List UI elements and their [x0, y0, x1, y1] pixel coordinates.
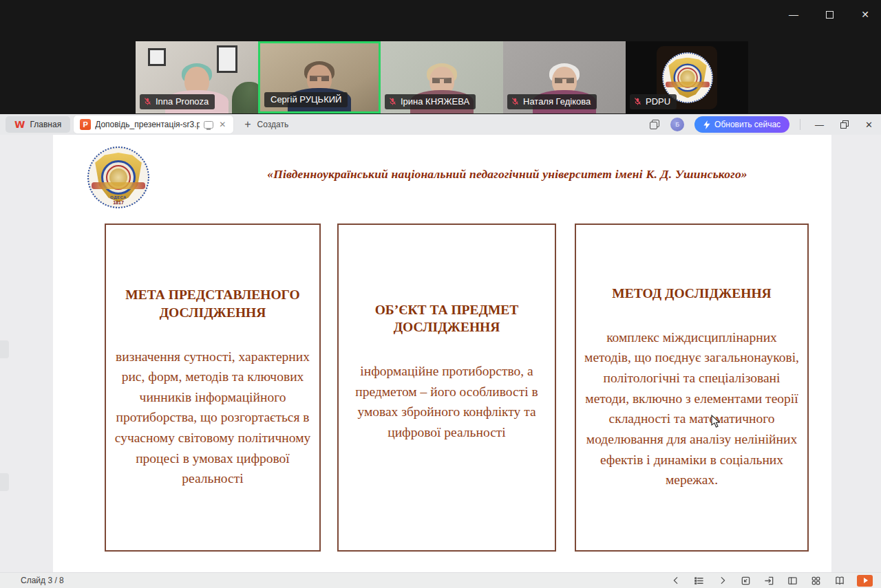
university-emblem-icon: ОДЕСА 1817: [87, 146, 149, 208]
collapsed-panel-handle[interactable]: [0, 473, 9, 491]
logo-year-label: 1817: [87, 200, 149, 205]
tab-close-icon[interactable]: ✕: [217, 120, 227, 129]
wall-frame-decor: [148, 48, 166, 66]
reading-view-icon[interactable]: [834, 575, 845, 587]
participant-name: Ірина КНЯЖЕВА: [401, 97, 469, 106]
participant-name-tag: Ірина КНЯЖЕВА: [385, 94, 476, 109]
presenting-display-icon: [204, 121, 213, 129]
participant-tile[interactable]: Ірина КНЯЖЕВА: [381, 41, 503, 113]
tab-document[interactable]: P Доповідь_презентація-sr3.pp ✕: [74, 116, 233, 133]
participant-strip: Inna Pronoza Сергій РУЦЬКИЙ Ірина КНЯ: [136, 41, 748, 113]
presentation-editor-area: ОДЕСА 1817 «Південноукраїнський націонал…: [0, 135, 881, 572]
box-body: комплекс міждисциплінарних методів, що п…: [583, 327, 800, 490]
divider: [800, 119, 800, 130]
box-title: МЕТА ПРЕДСТАВЛЕНОГО ДОСЛІДЖЕННЯ: [113, 286, 312, 321]
participant-name: Сергій РУЦЬКИЙ: [270, 95, 341, 104]
lightning-icon: [703, 120, 710, 129]
slide-counter: Слайд 3 / 8: [21, 576, 64, 585]
tab-list-icon[interactable]: [650, 120, 660, 130]
meeting-window: — ✕ Inna Pronoza: [0, 0, 881, 114]
start-slideshow-button[interactable]: [857, 575, 873, 587]
participant-tile[interactable]: Наталя Гедікова: [503, 41, 626, 113]
participant-name: Наталя Гедікова: [523, 97, 591, 106]
normal-view-icon[interactable]: [787, 575, 798, 587]
status-bar-icons: [670, 575, 873, 587]
participant-name: Inna Pronoza: [156, 97, 209, 106]
app-window-controls: — ✕: [815, 120, 873, 130]
close-icon[interactable]: ✕: [859, 8, 871, 21]
box-title: МЕТОД ДОСЛІДЖЕННЯ: [612, 285, 771, 303]
presentation-doc-icon: P: [80, 119, 91, 130]
meeting-window-controls: — ✕: [787, 8, 871, 21]
box-body: визначення сутності, характерних рис, фо…: [113, 347, 312, 489]
minimize-icon[interactable]: —: [815, 120, 824, 130]
participant-name-tag: Наталя Гедікова: [507, 94, 597, 109]
wps-tab-bar: W Главная P Доповідь_презентація-sr3.pp …: [0, 114, 881, 135]
participant-tile[interactable]: PDPU: [626, 41, 748, 113]
minimize-icon[interactable]: —: [787, 8, 800, 21]
new-tab-label: Создать: [257, 120, 289, 129]
previous-slide-icon[interactable]: [670, 575, 681, 587]
tab-document-title: Доповідь_презентація-sr3.pp: [95, 120, 200, 129]
maximize-icon[interactable]: [823, 8, 836, 21]
plus-icon: +: [244, 118, 251, 131]
box-body: інформаційне протиборство, а предметом –…: [346, 361, 548, 443]
plant-decor: [232, 82, 258, 113]
user-avatar[interactable]: Б: [670, 118, 684, 131]
slide-text-box-goal[interactable]: МЕТА ПРЕДСТАВЛЕНОГО ДОСЛІДЖЕННЯ визначен…: [105, 224, 321, 552]
tab-home[interactable]: W Главная: [6, 116, 70, 133]
update-now-button[interactable]: Обновить сейчас: [694, 116, 789, 133]
update-now-label: Обновить сейчас: [714, 120, 781, 129]
participant-name-tag: PDPU: [630, 94, 677, 109]
slide-canvas[interactable]: ОДЕСА 1817 «Південноукраїнський націонал…: [53, 135, 831, 572]
wps-logo-icon: W: [14, 119, 25, 130]
enter-slideshow-icon[interactable]: [763, 575, 775, 587]
slide-header-title: «Південноукраїнський національний педаго…: [220, 167, 795, 182]
participant-tile-active-speaker[interactable]: Сергій РУЦЬКИЙ: [258, 41, 381, 113]
close-icon[interactable]: ✕: [865, 120, 873, 130]
tab-bar-right-cluster: Б Обновить сейчас — ✕: [650, 116, 873, 133]
outline-list-icon[interactable]: [693, 575, 705, 587]
logo-city-label: ОДЕСА: [87, 195, 149, 199]
university-logo: ОДЕСА 1817: [87, 146, 149, 208]
slide-text-box-object[interactable]: ОБ’ЄКТ ТА ПРЕДМЕТ ДОСЛІДЖЕННЯ інформацій…: [337, 224, 556, 552]
participant-name: PDPU: [646, 97, 670, 106]
slide-text-box-method[interactable]: МЕТОД ДОСЛІДЖЕННЯ комплекс міждисципліна…: [575, 224, 809, 552]
next-slide-icon[interactable]: [717, 575, 728, 587]
tab-home-label: Главная: [30, 120, 61, 129]
participant-name-tag: Сергій РУЦЬКИЙ: [264, 92, 348, 107]
muted-mic-icon: [143, 97, 152, 106]
participant-tile[interactable]: Inna Pronoza: [136, 41, 258, 113]
status-bar: Слайд 3 / 8: [0, 572, 881, 588]
slide-note-icon[interactable]: [740, 575, 752, 587]
avatar-glyph: Б: [675, 121, 679, 128]
restore-icon[interactable]: [840, 120, 849, 129]
collapsed-panel-handle[interactable]: [0, 340, 9, 358]
muted-mic-icon: [511, 97, 520, 106]
muted-mic-icon: [388, 97, 397, 106]
box-title: ОБ’ЄКТ ТА ПРЕДМЕТ ДОСЛІДЖЕННЯ: [346, 301, 548, 336]
slide-sorter-icon[interactable]: [810, 575, 822, 587]
mouse-cursor: [710, 415, 721, 428]
participant-name-tag: Inna Pronoza: [140, 94, 215, 109]
muted-mic-icon: [633, 97, 642, 106]
new-tab-button[interactable]: + Создать: [244, 118, 288, 131]
